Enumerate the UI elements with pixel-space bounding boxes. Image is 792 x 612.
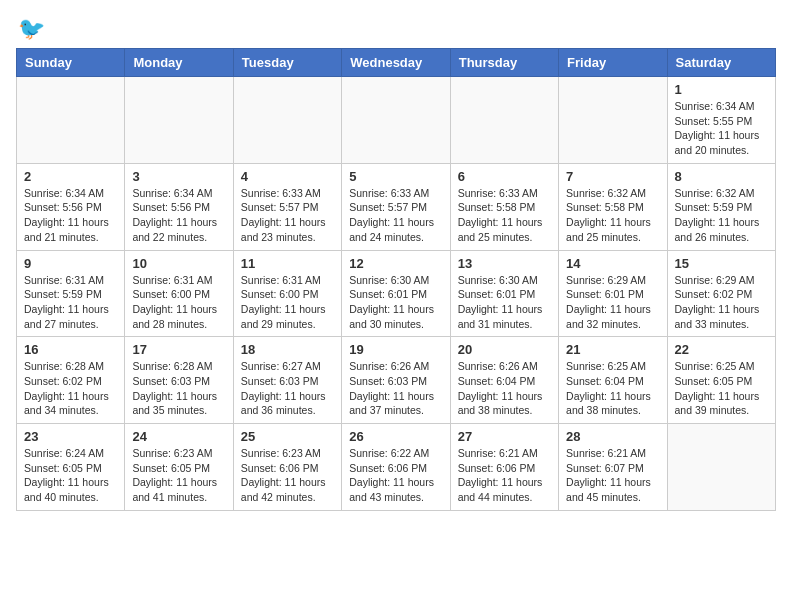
calendar-cell: 4Sunrise: 6:33 AMSunset: 5:57 PMDaylight…: [233, 163, 341, 250]
calendar-table: SundayMondayTuesdayWednesdayThursdayFrid…: [16, 48, 776, 511]
day-number: 17: [132, 342, 225, 357]
day-info: Sunrise: 6:24 AMSunset: 6:05 PMDaylight:…: [24, 446, 117, 505]
day-info: Sunrise: 6:26 AMSunset: 6:03 PMDaylight:…: [349, 359, 442, 418]
day-info: Sunrise: 6:34 AMSunset: 5:55 PMDaylight:…: [675, 99, 768, 158]
day-info: Sunrise: 6:27 AMSunset: 6:03 PMDaylight:…: [241, 359, 334, 418]
calendar-cell: [559, 77, 667, 164]
day-number: 10: [132, 256, 225, 271]
day-number: 3: [132, 169, 225, 184]
calendar-header-row: SundayMondayTuesdayWednesdayThursdayFrid…: [17, 49, 776, 77]
day-info: Sunrise: 6:32 AMSunset: 5:58 PMDaylight:…: [566, 186, 659, 245]
calendar-cell: 13Sunrise: 6:30 AMSunset: 6:01 PMDayligh…: [450, 250, 558, 337]
day-info: Sunrise: 6:22 AMSunset: 6:06 PMDaylight:…: [349, 446, 442, 505]
day-info: Sunrise: 6:21 AMSunset: 6:07 PMDaylight:…: [566, 446, 659, 505]
calendar-cell: 16Sunrise: 6:28 AMSunset: 6:02 PMDayligh…: [17, 337, 125, 424]
weekday-header-friday: Friday: [559, 49, 667, 77]
day-number: 15: [675, 256, 768, 271]
day-info: Sunrise: 6:26 AMSunset: 6:04 PMDaylight:…: [458, 359, 551, 418]
logo: 🐦: [16, 16, 45, 38]
day-info: Sunrise: 6:31 AMSunset: 5:59 PMDaylight:…: [24, 273, 117, 332]
day-info: Sunrise: 6:25 AMSunset: 6:04 PMDaylight:…: [566, 359, 659, 418]
calendar-week-5: 23Sunrise: 6:24 AMSunset: 6:05 PMDayligh…: [17, 424, 776, 511]
day-number: 11: [241, 256, 334, 271]
calendar-week-4: 16Sunrise: 6:28 AMSunset: 6:02 PMDayligh…: [17, 337, 776, 424]
day-number: 5: [349, 169, 442, 184]
calendar-cell: 3Sunrise: 6:34 AMSunset: 5:56 PMDaylight…: [125, 163, 233, 250]
calendar-week-1: 1Sunrise: 6:34 AMSunset: 5:55 PMDaylight…: [17, 77, 776, 164]
day-number: 12: [349, 256, 442, 271]
day-info: Sunrise: 6:25 AMSunset: 6:05 PMDaylight:…: [675, 359, 768, 418]
weekday-header-sunday: Sunday: [17, 49, 125, 77]
day-info: Sunrise: 6:34 AMSunset: 5:56 PMDaylight:…: [24, 186, 117, 245]
day-info: Sunrise: 6:31 AMSunset: 6:00 PMDaylight:…: [132, 273, 225, 332]
day-info: Sunrise: 6:28 AMSunset: 6:02 PMDaylight:…: [24, 359, 117, 418]
day-number: 26: [349, 429, 442, 444]
calendar-cell: 1Sunrise: 6:34 AMSunset: 5:55 PMDaylight…: [667, 77, 775, 164]
day-info: Sunrise: 6:30 AMSunset: 6:01 PMDaylight:…: [458, 273, 551, 332]
calendar-cell: 19Sunrise: 6:26 AMSunset: 6:03 PMDayligh…: [342, 337, 450, 424]
page-header: 🐦: [16, 16, 776, 38]
calendar-cell: 18Sunrise: 6:27 AMSunset: 6:03 PMDayligh…: [233, 337, 341, 424]
day-info: Sunrise: 6:30 AMSunset: 6:01 PMDaylight:…: [349, 273, 442, 332]
day-number: 18: [241, 342, 334, 357]
weekday-header-saturday: Saturday: [667, 49, 775, 77]
calendar-cell: 20Sunrise: 6:26 AMSunset: 6:04 PMDayligh…: [450, 337, 558, 424]
calendar-cell: 8Sunrise: 6:32 AMSunset: 5:59 PMDaylight…: [667, 163, 775, 250]
calendar-cell: 6Sunrise: 6:33 AMSunset: 5:58 PMDaylight…: [450, 163, 558, 250]
calendar-cell: 7Sunrise: 6:32 AMSunset: 5:58 PMDaylight…: [559, 163, 667, 250]
calendar-cell: 10Sunrise: 6:31 AMSunset: 6:00 PMDayligh…: [125, 250, 233, 337]
calendar-cell: [17, 77, 125, 164]
day-number: 9: [24, 256, 117, 271]
day-number: 22: [675, 342, 768, 357]
calendar-cell: 9Sunrise: 6:31 AMSunset: 5:59 PMDaylight…: [17, 250, 125, 337]
calendar-cell: [342, 77, 450, 164]
day-number: 28: [566, 429, 659, 444]
calendar-week-2: 2Sunrise: 6:34 AMSunset: 5:56 PMDaylight…: [17, 163, 776, 250]
calendar-cell: 11Sunrise: 6:31 AMSunset: 6:00 PMDayligh…: [233, 250, 341, 337]
calendar-cell: 15Sunrise: 6:29 AMSunset: 6:02 PMDayligh…: [667, 250, 775, 337]
day-info: Sunrise: 6:29 AMSunset: 6:01 PMDaylight:…: [566, 273, 659, 332]
day-info: Sunrise: 6:34 AMSunset: 5:56 PMDaylight:…: [132, 186, 225, 245]
day-info: Sunrise: 6:23 AMSunset: 6:05 PMDaylight:…: [132, 446, 225, 505]
day-number: 6: [458, 169, 551, 184]
day-info: Sunrise: 6:21 AMSunset: 6:06 PMDaylight:…: [458, 446, 551, 505]
weekday-header-tuesday: Tuesday: [233, 49, 341, 77]
day-info: Sunrise: 6:28 AMSunset: 6:03 PMDaylight:…: [132, 359, 225, 418]
calendar-cell: 5Sunrise: 6:33 AMSunset: 5:57 PMDaylight…: [342, 163, 450, 250]
day-number: 25: [241, 429, 334, 444]
calendar-cell: 27Sunrise: 6:21 AMSunset: 6:06 PMDayligh…: [450, 424, 558, 511]
day-number: 4: [241, 169, 334, 184]
calendar-cell: 28Sunrise: 6:21 AMSunset: 6:07 PMDayligh…: [559, 424, 667, 511]
calendar-cell: 23Sunrise: 6:24 AMSunset: 6:05 PMDayligh…: [17, 424, 125, 511]
day-info: Sunrise: 6:33 AMSunset: 5:57 PMDaylight:…: [241, 186, 334, 245]
calendar-cell: 14Sunrise: 6:29 AMSunset: 6:01 PMDayligh…: [559, 250, 667, 337]
day-info: Sunrise: 6:31 AMSunset: 6:00 PMDaylight:…: [241, 273, 334, 332]
calendar-cell: [450, 77, 558, 164]
day-number: 1: [675, 82, 768, 97]
day-info: Sunrise: 6:29 AMSunset: 6:02 PMDaylight:…: [675, 273, 768, 332]
logo-bird-icon: 🐦: [18, 16, 45, 42]
day-info: Sunrise: 6:32 AMSunset: 5:59 PMDaylight:…: [675, 186, 768, 245]
calendar-cell: [667, 424, 775, 511]
day-number: 19: [349, 342, 442, 357]
weekday-header-wednesday: Wednesday: [342, 49, 450, 77]
day-number: 13: [458, 256, 551, 271]
day-number: 23: [24, 429, 117, 444]
calendar-cell: 21Sunrise: 6:25 AMSunset: 6:04 PMDayligh…: [559, 337, 667, 424]
weekday-header-thursday: Thursday: [450, 49, 558, 77]
day-number: 21: [566, 342, 659, 357]
day-info: Sunrise: 6:33 AMSunset: 5:58 PMDaylight:…: [458, 186, 551, 245]
calendar-cell: 17Sunrise: 6:28 AMSunset: 6:03 PMDayligh…: [125, 337, 233, 424]
day-number: 7: [566, 169, 659, 184]
calendar-week-3: 9Sunrise: 6:31 AMSunset: 5:59 PMDaylight…: [17, 250, 776, 337]
calendar-cell: 12Sunrise: 6:30 AMSunset: 6:01 PMDayligh…: [342, 250, 450, 337]
calendar-cell: 24Sunrise: 6:23 AMSunset: 6:05 PMDayligh…: [125, 424, 233, 511]
day-info: Sunrise: 6:23 AMSunset: 6:06 PMDaylight:…: [241, 446, 334, 505]
calendar-cell: [125, 77, 233, 164]
day-number: 16: [24, 342, 117, 357]
day-number: 14: [566, 256, 659, 271]
calendar-cell: 25Sunrise: 6:23 AMSunset: 6:06 PMDayligh…: [233, 424, 341, 511]
day-number: 27: [458, 429, 551, 444]
calendar-cell: 22Sunrise: 6:25 AMSunset: 6:05 PMDayligh…: [667, 337, 775, 424]
day-info: Sunrise: 6:33 AMSunset: 5:57 PMDaylight:…: [349, 186, 442, 245]
